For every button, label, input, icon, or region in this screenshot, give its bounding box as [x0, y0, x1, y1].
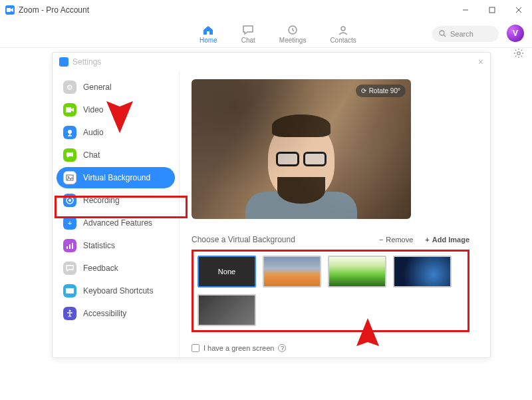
user-avatar[interactable]: V: [507, 25, 524, 42]
tab-label: Meetings: [279, 37, 307, 44]
window-close-button[interactable]: [505, 0, 532, 20]
zoom-app-icon: [5, 5, 15, 15]
chat-icon: [63, 148, 76, 162]
window-title: Zoom - Pro Account: [19, 5, 89, 15]
settings-title: Settings: [72, 57, 101, 67]
sidebar-item-keyboard[interactable]: Keyboard Shortcuts: [57, 280, 175, 301]
accessibility-icon: [63, 307, 76, 320]
image-icon: [63, 171, 76, 184]
tab-label: Chat: [241, 37, 255, 44]
svg-rect-2: [489, 7, 495, 13]
tab-contacts[interactable]: Contacts: [330, 24, 356, 44]
window-minimize-button[interactable]: [452, 0, 479, 20]
camera-preview: ⟳ Rotate 90°: [192, 79, 411, 219]
svg-point-7: [517, 52, 520, 55]
svg-rect-14: [66, 246, 68, 249]
green-screen-label: I have a green screen: [203, 344, 274, 352]
sidebar-item-label: Video: [83, 105, 103, 114]
tab-home[interactable]: Home: [200, 24, 217, 44]
section-label: Choose a Virtual Background: [192, 235, 295, 244]
home-icon: [202, 24, 214, 36]
zoom-app-icon: [59, 57, 68, 67]
sidebar-item-label: Feedback: [83, 264, 118, 273]
sidebar-item-virtual-background[interactable]: Virtual Background: [57, 167, 175, 188]
sidebar-item-accessibility[interactable]: Accessibility: [57, 303, 175, 324]
contacts-icon: [337, 24, 349, 36]
clock-icon: [287, 24, 299, 36]
rotate-label: Rotate 90°: [369, 87, 400, 95]
sidebar-item-video[interactable]: Video: [57, 99, 175, 120]
search-input[interactable]: Search: [432, 26, 499, 42]
svg-rect-16: [72, 243, 73, 249]
svg-rect-0: [7, 8, 11, 12]
svg-rect-8: [66, 107, 71, 112]
sidebar-item-feedback[interactable]: Feedback: [57, 258, 175, 279]
green-screen-checkbox[interactable]: [192, 344, 200, 352]
main-toolbar: Home Chat Meetings Contacts Search V: [0, 20, 532, 48]
svg-point-13: [68, 199, 71, 202]
sidebar-item-label: General: [83, 83, 112, 92]
window-titlebar: Zoom - Pro Account: [0, 0, 532, 20]
svg-point-18: [69, 310, 71, 312]
svg-point-4: [341, 27, 345, 31]
audio-icon: [63, 126, 76, 139]
sidebar-item-label: Virtual Background: [83, 173, 150, 182]
sidebar-item-chat[interactable]: Chat: [57, 144, 175, 166]
tab-meetings[interactable]: Meetings: [279, 24, 307, 44]
tab-label: Contacts: [330, 37, 356, 44]
sidebar-item-audio[interactable]: Audio: [57, 122, 175, 143]
rotate-button[interactable]: ⟳ Rotate 90°: [356, 85, 406, 97]
close-icon[interactable]: ×: [478, 57, 483, 67]
svg-point-5: [440, 31, 444, 35]
sidebar-item-label: Keyboard Shortcuts: [83, 286, 153, 296]
help-icon[interactable]: ?: [278, 344, 286, 352]
feedback-icon: [63, 262, 76, 275]
window-maximize-button[interactable]: [479, 0, 505, 20]
sidebar-item-statistics[interactable]: Statistics: [57, 235, 175, 256]
gear-icon[interactable]: [513, 48, 524, 61]
sidebar-item-label: Accessibility: [83, 309, 126, 318]
search-icon: [439, 30, 446, 39]
background-thumb[interactable]: [328, 256, 386, 288]
sidebar-item-label: Chat: [83, 150, 100, 160]
record-icon: [63, 194, 76, 207]
sidebar-item-label: Audio: [83, 128, 104, 137]
sidebar-item-advanced[interactable]: + Advanced Features: [57, 212, 175, 234]
sidebar-item-recording[interactable]: Recording: [57, 190, 175, 211]
svg-rect-15: [69, 244, 70, 249]
settings-window: Settings × ⚙ General Video Audio Chat V: [52, 52, 491, 358]
keyboard-icon: [63, 284, 76, 298]
svg-line-6: [444, 35, 446, 37]
background-thumb[interactable]: [198, 294, 256, 326]
plus-icon: +: [63, 216, 76, 230]
background-thumb[interactable]: [393, 256, 452, 288]
settings-sidebar: ⚙ General Video Audio Chat Virtual Backg…: [53, 71, 179, 357]
settings-titlebar: Settings: [53, 53, 490, 71]
add-image-button[interactable]: + Add Image: [425, 236, 469, 244]
sidebar-item-general[interactable]: ⚙ General: [57, 77, 175, 98]
search-placeholder: Search: [450, 30, 473, 38]
stats-icon: [63, 239, 76, 252]
sidebar-item-label: Statistics: [83, 241, 115, 250]
rotate-icon: ⟳: [361, 87, 366, 95]
settings-content: ⟳ Rotate 90° Choose a Virtual Background…: [179, 71, 490, 357]
video-icon: [63, 103, 76, 116]
tab-chat[interactable]: Chat: [241, 24, 255, 44]
annotation-highlight-thumbnails: None: [192, 250, 469, 332]
gear-icon: ⚙: [63, 81, 76, 94]
svg-rect-17: [66, 288, 74, 294]
background-thumb-none[interactable]: None: [198, 256, 256, 288]
svg-point-9: [68, 130, 72, 134]
sidebar-item-label: Advanced Features: [83, 218, 152, 228]
remove-background-button[interactable]: − Remove: [379, 236, 413, 244]
sidebar-item-label: Recording: [83, 196, 120, 205]
background-thumb[interactable]: [263, 256, 321, 288]
tab-label: Home: [200, 37, 217, 44]
chat-icon: [242, 24, 254, 36]
